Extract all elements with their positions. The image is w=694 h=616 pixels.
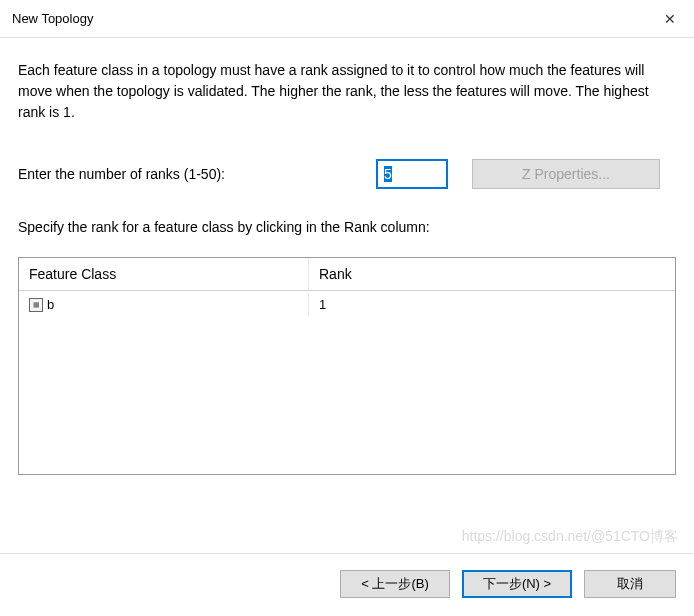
column-header-feature-class[interactable]: Feature Class xyxy=(19,258,309,290)
titlebar: New Topology ✕ xyxy=(0,0,694,38)
table-header: Feature Class Rank xyxy=(19,258,675,291)
close-icon: ✕ xyxy=(664,11,676,27)
back-button[interactable]: < 上一步(B) xyxy=(340,570,450,598)
feature-class-icon: ▦ xyxy=(29,298,43,312)
table-body: ▦ b 1 xyxy=(19,291,675,318)
rank-input-label: Enter the number of ranks (1-50): xyxy=(18,166,376,182)
description-text: Each feature class in a topology must ha… xyxy=(18,60,676,123)
cell-feature-class[interactable]: ▦ b xyxy=(19,293,309,316)
cancel-button[interactable]: 取消 xyxy=(584,570,676,598)
next-button[interactable]: 下一步(N) > xyxy=(462,570,572,598)
close-button[interactable]: ✕ xyxy=(646,0,694,38)
wizard-footer: < 上一步(B) 下一步(N) > 取消 xyxy=(0,553,694,616)
dialog-content: Each feature class in a topology must ha… xyxy=(0,38,694,487)
z-properties-button: Z Properties... xyxy=(472,159,660,189)
feature-class-table[interactable]: Feature Class Rank ▦ b 1 xyxy=(18,257,676,475)
column-header-rank[interactable]: Rank xyxy=(309,258,675,290)
feature-class-name: b xyxy=(47,297,54,312)
specify-rank-label: Specify the rank for a feature class by … xyxy=(18,219,676,235)
rank-count-input[interactable] xyxy=(376,159,448,189)
window-title: New Topology xyxy=(12,11,93,26)
rank-input-row: Enter the number of ranks (1-50): Z Prop… xyxy=(18,159,676,189)
cell-rank[interactable]: 1 xyxy=(309,293,675,316)
table-row[interactable]: ▦ b 1 xyxy=(19,291,675,318)
watermark-text: https://blog.csdn.net/@51CTO博客 xyxy=(462,528,678,546)
rank-value: 1 xyxy=(319,297,326,312)
